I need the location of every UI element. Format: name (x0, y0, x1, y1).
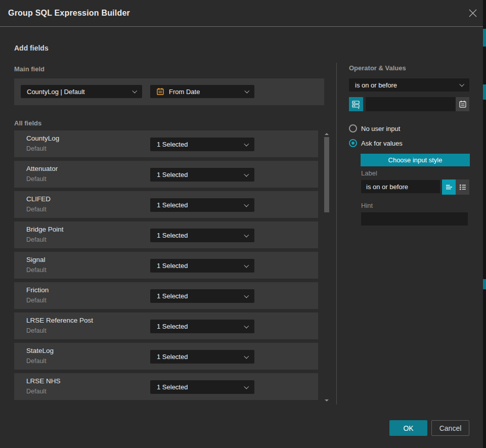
radio-no-user-input[interactable] (349, 124, 357, 132)
field-name: CLIFED (26, 195, 51, 203)
input-style-list-button[interactable] (456, 180, 469, 195)
field-list-item: CLIFED Default 1 Selected (14, 191, 318, 218)
selected-count: 1 Selected (157, 323, 188, 330)
background-fragment (483, 279, 486, 289)
field-name: LRSE NHS (26, 377, 61, 385)
chevron-down-icon (244, 293, 248, 297)
field-list-item: LRSE NHS Default 1 Selected (14, 373, 318, 400)
close-button[interactable] (467, 8, 478, 19)
value-input[interactable] (366, 97, 456, 111)
field-list-item: CountyLog Default 1 Selected (14, 130, 318, 157)
scrollbar-up-arrow-icon[interactable] (325, 133, 329, 135)
field-subtitle: Default (26, 297, 47, 304)
background-fragment (483, 84, 486, 100)
list-scrollbar-thumb[interactable] (324, 137, 329, 212)
field-values-select[interactable]: 1 Selected (150, 320, 254, 333)
hint-input[interactable] (361, 212, 468, 226)
dialog-title: Group SQL Expression Builder (8, 0, 130, 26)
field-values-select[interactable]: 1 Selected (150, 380, 254, 394)
input-style-single-button[interactable] (442, 180, 456, 195)
field-subtitle: Default (26, 236, 47, 243)
all-fields-label: All fields (14, 119, 41, 127)
group-sql-expression-builder-dialog: Group SQL Expression Builder Add fields … (0, 0, 486, 448)
field-name: LRSE Reference Post (26, 317, 93, 324)
radio-ask-for-values-label[interactable]: Ask for values (361, 140, 403, 147)
chevron-down-icon (459, 82, 464, 86)
scrollbar-down-arrow-icon[interactable] (325, 399, 329, 401)
field-list-item: Attenuator Default 1 Selected (14, 161, 318, 188)
main-field-label: Main field (14, 65, 45, 73)
field-list-item: Friction Default 1 Selected (14, 282, 318, 309)
selected-count: 1 Selected (157, 292, 188, 300)
selected-count: 1 Selected (157, 383, 188, 391)
selected-count: 1 Selected (157, 353, 188, 361)
selected-count: 1 Selected (157, 232, 188, 239)
operator-select[interactable]: is on or before (349, 78, 469, 92)
field-name: StateLog (26, 347, 54, 354)
layer-select-value: CountyLog | Default (27, 88, 85, 96)
close-icon (467, 8, 478, 19)
bullet-list-icon (459, 183, 467, 191)
field-values-select[interactable]: 1 Selected (150, 198, 254, 212)
chevron-down-icon (244, 353, 248, 358)
field-name: Friction (26, 286, 49, 294)
chevron-down-icon (244, 88, 249, 93)
date-picker-button[interactable] (456, 97, 469, 111)
add-fields-heading: Add fields (14, 44, 49, 52)
background-app-strip (483, 0, 486, 448)
field-list-item: Signal Default 1 Selected (14, 252, 318, 279)
label-input[interactable] (361, 180, 440, 193)
radio-ask-for-values[interactable] (349, 139, 357, 147)
chevron-down-icon (244, 323, 248, 328)
field-values-select[interactable]: 1 Selected (150, 289, 254, 303)
radio-dot (351, 142, 355, 145)
field-values-select[interactable]: 1 Selected (150, 259, 254, 273)
cancel-button[interactable]: Cancel (431, 420, 469, 436)
field-name: Attenuator (26, 165, 58, 172)
chevron-down-icon (132, 88, 137, 93)
field-name: CountyLog (26, 135, 59, 142)
radio-no-user-input-label[interactable]: No user input (361, 125, 400, 132)
chevron-down-icon (244, 232, 248, 237)
multiple-values-button[interactable] (349, 97, 363, 111)
chevron-down-icon (244, 171, 248, 176)
selected-count: 1 Selected (157, 141, 188, 148)
multiple-values-icon (351, 100, 361, 109)
field-list-item: LRSE Reference Post Default 1 Selected (14, 312, 318, 339)
chevron-down-icon (244, 384, 248, 388)
main-field-select-value: From Date (169, 88, 200, 96)
background-fragment (483, 29, 486, 47)
field-subtitle: Default (26, 266, 47, 274)
selected-count: 1 Selected (157, 201, 188, 209)
choose-input-style-button[interactable]: Choose input style (361, 154, 470, 166)
operator-values-heading: Operator & Values (349, 64, 406, 72)
label-field-label: Label (361, 169, 377, 177)
field-subtitle: Default (26, 145, 47, 152)
ok-button[interactable]: OK (389, 420, 427, 436)
main-field-select[interactable]: From Date (150, 85, 254, 98)
selected-count: 1 Selected (157, 171, 188, 178)
chevron-down-icon (244, 262, 248, 267)
field-values-select[interactable]: 1 Selected (150, 138, 254, 151)
field-values-select[interactable]: 1 Selected (150, 229, 254, 242)
field-subtitle: Default (26, 357, 47, 365)
align-left-icon (445, 183, 453, 191)
chevron-down-icon (244, 202, 248, 206)
selected-count: 1 Selected (157, 262, 188, 270)
calendar-icon (459, 100, 467, 108)
field-name: Signal (26, 256, 46, 263)
field-values-select[interactable]: 1 Selected (150, 350, 254, 364)
chevron-down-icon (244, 141, 248, 146)
field-subtitle: Default (26, 327, 47, 334)
layer-select[interactable]: CountyLog | Default (21, 85, 142, 98)
field-subtitle: Default (26, 206, 47, 213)
field-list-item: StateLog Default 1 Selected (14, 343, 318, 370)
field-subtitle: Default (26, 175, 47, 183)
panel-divider (336, 63, 337, 405)
field-name: Bridge Point (26, 226, 64, 233)
field-list-item: Bridge Point Default 1 Selected (14, 221, 318, 248)
field-subtitle: Default (26, 388, 47, 395)
hint-field-label: Hint (361, 202, 373, 209)
field-values-select[interactable]: 1 Selected (150, 168, 254, 182)
date-field-icon (156, 87, 164, 96)
